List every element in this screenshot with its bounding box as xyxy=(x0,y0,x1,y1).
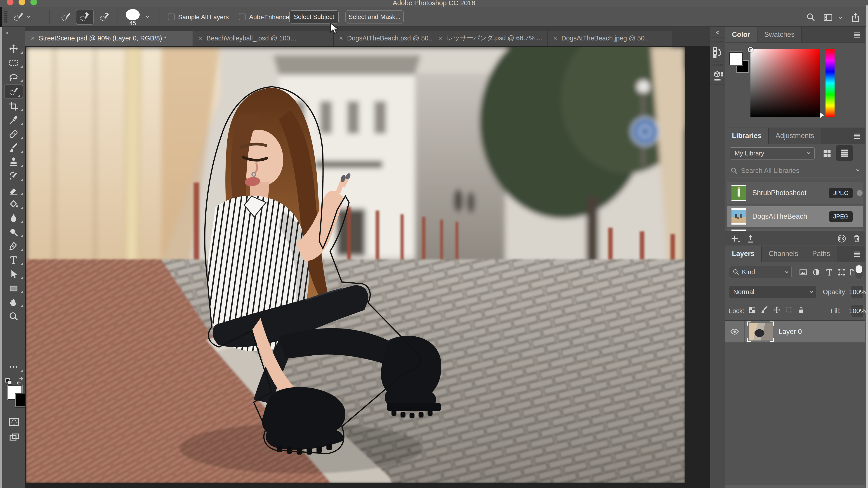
lock-position-icon[interactable] xyxy=(773,306,781,314)
close-icon[interactable]: × xyxy=(553,34,557,42)
tool-clone-stamp[interactable] xyxy=(2,156,25,168)
select-subject-button[interactable]: Select Subject xyxy=(289,10,339,24)
close-icon[interactable]: × xyxy=(339,34,343,42)
tool-eraser[interactable] xyxy=(2,184,25,197)
tab-paths[interactable]: Paths xyxy=(805,246,837,262)
default-colors-icon[interactable] xyxy=(4,377,13,386)
chevron-down-icon[interactable] xyxy=(856,168,860,171)
tool-hand[interactable] xyxy=(2,296,25,308)
layer-thumbnail[interactable] xyxy=(749,323,773,340)
tool-rectangle[interactable] xyxy=(2,282,25,295)
filter-adjustment-layers-icon[interactable] xyxy=(812,268,820,276)
trash-icon[interactable] xyxy=(852,234,861,243)
sample-all-layers-label[interactable]: Sample All Layers xyxy=(178,13,229,21)
brush-preview-circle[interactable] xyxy=(126,9,140,20)
filter-smart-object-icon[interactable] xyxy=(848,268,856,276)
doc-tab-dogsatthebeach-psd[interactable]: ×DogsAtTheBeach.psd @ 50… xyxy=(334,31,433,46)
doc-tab-beachvolleyball[interactable]: ×BeachVolleyball_.psd @ 100… xyxy=(193,31,334,46)
edit-toolbar-ellipsis[interactable] xyxy=(2,361,25,373)
panel-menu-icon[interactable] xyxy=(852,132,861,140)
toolbar-collapse-icon[interactable]: » xyxy=(5,29,8,36)
library-item-shrubphotoshoot[interactable]: ShrubPhotoshoot JPEG xyxy=(727,182,863,204)
list-view-button[interactable] xyxy=(836,145,852,161)
screen-mode-icon[interactable] xyxy=(8,431,20,443)
select-and-mask-button[interactable]: Select and Mask... xyxy=(345,10,404,24)
tool-crop[interactable] xyxy=(2,100,25,112)
canvas[interactable] xyxy=(25,46,710,488)
add-to-selection-mode-button[interactable] xyxy=(76,9,94,25)
layer-row-layer0[interactable]: Layer 0 xyxy=(725,320,865,343)
auto-enhance-checkbox[interactable] xyxy=(239,13,246,20)
tab-color[interactable]: Color xyxy=(725,27,757,42)
library-search[interactable] xyxy=(725,164,865,178)
search-icon[interactable] xyxy=(806,12,816,22)
tool-blur[interactable] xyxy=(2,212,25,225)
tool-brush[interactable] xyxy=(2,142,25,155)
color-picker-marker[interactable] xyxy=(748,47,753,53)
search-input[interactable] xyxy=(741,165,840,176)
close-icon[interactable]: × xyxy=(438,34,442,42)
doc-tab-streetscene[interactable]: ×StreetScene.psd @ 90% (Layer 0, RGB/8) … xyxy=(25,31,193,46)
tool-move[interactable] xyxy=(2,42,25,55)
expand-panels-icon[interactable]: « xyxy=(710,29,725,36)
subtract-from-selection-mode-button[interactable] xyxy=(96,9,114,25)
grid-view-icon[interactable] xyxy=(822,148,832,159)
panel-grip[interactable] xyxy=(712,41,723,42)
layer-name[interactable]: Layer 0 xyxy=(778,328,802,336)
auto-enhance-label[interactable]: Auto-Enhance xyxy=(249,13,289,21)
tool-gradient[interactable] xyxy=(2,198,25,210)
options-bar-grip[interactable] xyxy=(4,11,8,23)
eye-icon[interactable] xyxy=(730,327,739,336)
doc-tab-dogsatthebeach-jpeg[interactable]: ×DogsAtTheBeach.jpeg @ 50… xyxy=(548,31,672,46)
workspace-switcher-icon[interactable] xyxy=(823,12,833,23)
add-item-icon[interactable] xyxy=(730,234,739,243)
tool-eyedropper[interactable] xyxy=(2,114,25,127)
blend-mode-select[interactable]: Normal xyxy=(729,286,817,298)
layer-filter-kind[interactable]: Kind xyxy=(729,266,792,278)
street-photo[interactable] xyxy=(26,47,685,483)
tool-zoom[interactable] xyxy=(2,310,25,323)
hue-ramp[interactable] xyxy=(826,49,835,117)
titlebar[interactable]: Adobe Photoshop CC 2018 xyxy=(0,0,868,7)
tool-lasso[interactable] xyxy=(2,70,25,83)
swap-colors-icon[interactable] xyxy=(16,377,24,385)
tab-layers[interactable]: Layers xyxy=(725,246,762,262)
sample-all-layers-checkbox[interactable] xyxy=(168,13,175,20)
tab-libraries[interactable]: Libraries xyxy=(725,128,769,144)
properties-panel-icon[interactable] xyxy=(711,70,723,82)
tool-dodge[interactable] xyxy=(2,226,25,238)
panel-menu-icon[interactable] xyxy=(852,250,861,258)
creative-cloud-icon[interactable] xyxy=(837,234,846,243)
tool-pen[interactable] xyxy=(2,240,25,253)
tool-path-selection[interactable] xyxy=(2,268,25,281)
panel-menu-icon[interactable] xyxy=(852,31,861,39)
brush-options-chevron-icon[interactable] xyxy=(146,15,149,18)
library-select[interactable]: My Library xyxy=(730,147,815,160)
close-icon[interactable]: × xyxy=(31,34,35,42)
tool-preset-picker[interactable] xyxy=(13,11,30,23)
filter-shape-layers-icon[interactable] xyxy=(837,268,846,276)
new-selection-mode-button[interactable] xyxy=(57,9,74,25)
lock-artboard-icon[interactable] xyxy=(785,306,793,314)
history-panel-icon[interactable] xyxy=(711,46,723,58)
foreground-color-well[interactable] xyxy=(729,52,743,66)
lock-pixels-icon[interactable] xyxy=(761,306,769,314)
lock-all-icon[interactable] xyxy=(797,306,805,314)
library-item-dogsatthebeach[interactable]: DogsAtTheBeach JPEG xyxy=(727,205,863,227)
hue-slider-arrow[interactable] xyxy=(820,112,824,118)
share-icon[interactable] xyxy=(850,12,861,23)
tool-spot-healing-brush[interactable] xyxy=(2,128,25,140)
tab-adjustments[interactable]: Adjustments xyxy=(769,128,822,144)
quick-mask-mode-icon[interactable] xyxy=(8,416,20,428)
tab-swatches[interactable]: Swatches xyxy=(757,27,802,42)
filter-type-layers-icon[interactable] xyxy=(825,268,834,276)
tool-rectangular-marquee[interactable] xyxy=(2,57,25,69)
saturation-brightness-field[interactable] xyxy=(750,49,819,117)
close-icon[interactable]: × xyxy=(198,34,203,42)
tool-quick-selection[interactable] xyxy=(4,85,23,98)
tool-type[interactable] xyxy=(2,254,25,267)
layer-visibility-cell[interactable] xyxy=(725,321,745,343)
upload-icon[interactable] xyxy=(746,234,755,243)
workspace-chevron-icon[interactable] xyxy=(839,16,842,19)
panel-grip[interactable] xyxy=(712,64,723,66)
